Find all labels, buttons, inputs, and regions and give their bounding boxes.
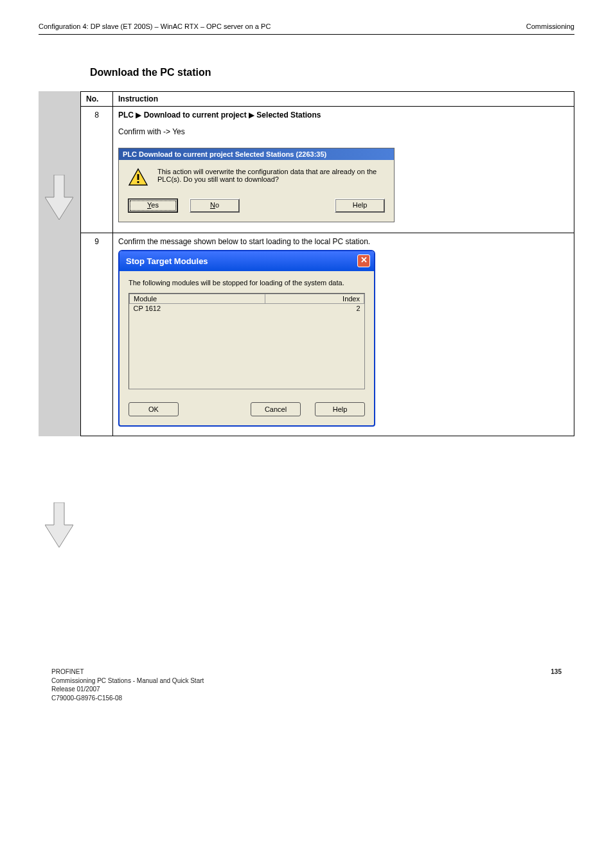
no-button[interactable]: No <box>190 199 240 213</box>
dialog-title: Stop Target Modules <box>126 256 208 266</box>
step-number: 9 <box>81 233 113 436</box>
col-header-instruction: Instruction <box>113 92 574 107</box>
col-header-no: No. <box>81 92 113 107</box>
arrow-down-icon <box>45 175 73 220</box>
module-cell: CP 1612 <box>130 304 265 314</box>
footer-line: Commissioning PC Stations - Manual and Q… <box>51 677 204 686</box>
dialog-message: This action will overwrite the configura… <box>157 168 385 187</box>
header-left: Configuration 4: DP slave (ET 200S) – Wi… <box>39 22 271 30</box>
page-number: 135 <box>551 668 562 702</box>
help-button[interactable]: Help <box>335 199 385 213</box>
instruction-line: PLC ▶ Download to current project ▶ Sele… <box>118 111 569 120</box>
section-title: Download the PC station <box>90 67 574 78</box>
list-col-module: Module <box>130 294 265 304</box>
svg-rect-1 <box>138 181 139 183</box>
footer-line: C79000-G8976-C156-08 <box>51 694 204 703</box>
header-rule <box>39 34 574 35</box>
module-list: Module Index CP 1612 2 <box>129 293 365 389</box>
cancel-button[interactable]: Cancel <box>251 402 301 416</box>
footer-line: PROFINET <box>51 668 204 677</box>
instruction-line: Confirm with -> Yes <box>118 127 569 136</box>
page-footer: PROFINET Commissioning PC Stations - Man… <box>51 668 562 702</box>
list-col-index: Index <box>265 294 364 304</box>
footer-line: Release 01/2007 <box>51 685 204 694</box>
header-right: Commissioning <box>526 22 574 30</box>
instruction-table: No. Instruction 8 PLC ▶ Download to curr… <box>80 91 574 436</box>
dialog-title: PLC Download to current project Selected… <box>119 148 394 160</box>
table-row: 9 Confirm the message shown below to sta… <box>81 233 574 436</box>
sidebar-margin <box>39 91 80 436</box>
instr-bold: Selected Stations <box>254 111 321 120</box>
arrow-down-icon <box>45 502 73 547</box>
help-button[interactable]: Help <box>315 402 365 416</box>
ok-button[interactable]: OK <box>129 402 179 416</box>
yes-button[interactable]: Yes <box>128 199 178 213</box>
dialog-message: The following modules will be stopped fo… <box>129 279 365 287</box>
dialog-stop-target-modules: Stop Target Modules ✕ The following modu… <box>118 250 375 427</box>
svg-rect-0 <box>138 174 139 180</box>
instr-bold: PLC <box>118 111 136 120</box>
table-row: 8 PLC ▶ Download to current project ▶ Se… <box>81 107 574 233</box>
index-cell: 2 <box>265 304 364 314</box>
step-number: 8 <box>81 107 113 233</box>
instruction-line: Confirm the message shown below to start… <box>118 237 569 246</box>
close-icon[interactable]: ✕ <box>357 254 370 267</box>
instr-bold: Download to current project <box>141 111 249 120</box>
warning-icon <box>128 168 148 187</box>
page-header: Configuration 4: DP slave (ET 200S) – Wi… <box>39 22 574 30</box>
list-item: CP 1612 2 <box>130 304 364 314</box>
dialog-download-confirm: PLC Download to current project Selected… <box>118 148 395 222</box>
